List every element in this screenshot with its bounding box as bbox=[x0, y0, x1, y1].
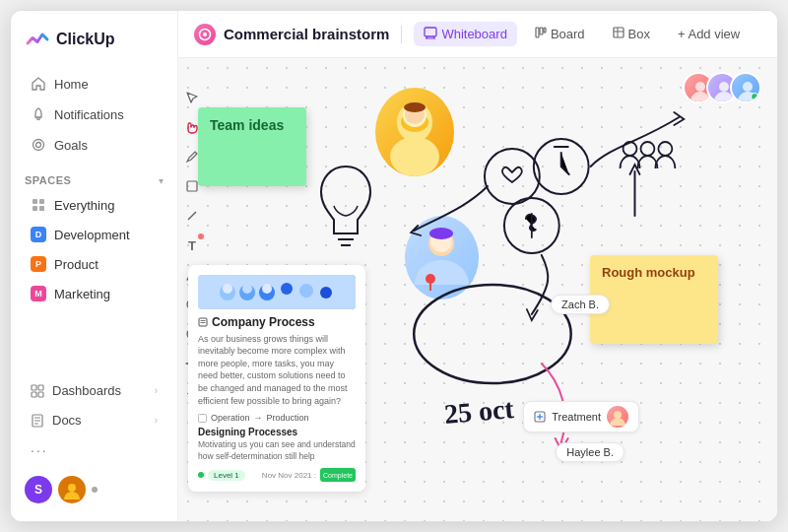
toolbar: Commercial brainstorm Whiteboard bbox=[178, 11, 777, 58]
name-tag-zach: Zach B. bbox=[551, 295, 610, 314]
sidebar-nav: Home Notifications Goals bbox=[11, 64, 177, 165]
sidebar-item-marketing[interactable]: M Marketing bbox=[17, 280, 171, 307]
add-view-label: + Add view bbox=[678, 27, 740, 41]
whiteboard-tab-icon bbox=[424, 26, 437, 42]
sidebar-bottom: Dashboards › Docs › ··· S bbox=[11, 367, 177, 521]
svg-point-0 bbox=[33, 140, 44, 151]
sidebar-more[interactable]: ··· bbox=[17, 435, 171, 465]
haylee-name: Haylee B. bbox=[566, 446, 614, 458]
svg-rect-2 bbox=[33, 199, 37, 204]
page-type-icon bbox=[194, 24, 216, 45]
label-badge-1: Level 1 bbox=[208, 470, 245, 481]
add-view-button[interactable]: + Add view bbox=[668, 23, 750, 45]
svg-point-59 bbox=[281, 283, 293, 295]
sticky-note-team-ideas[interactable]: Team ideas bbox=[198, 107, 306, 186]
tab-board[interactable]: Board bbox=[525, 23, 595, 45]
svg-rect-62 bbox=[199, 318, 207, 326]
board-tab-icon bbox=[535, 27, 547, 41]
sidebar-item-dashboards[interactable]: Dashboards › bbox=[17, 376, 171, 405]
svg-point-1 bbox=[36, 143, 41, 148]
doc-card-banner bbox=[198, 275, 356, 309]
user-status-dot bbox=[92, 487, 98, 493]
sidebar-item-goals[interactable]: Goals bbox=[17, 130, 171, 160]
svg-point-39 bbox=[390, 137, 439, 176]
svg-rect-24 bbox=[614, 28, 624, 37]
svg-point-48 bbox=[624, 142, 637, 156]
treatment-card[interactable]: Treatment bbox=[523, 401, 639, 432]
toolbar-divider bbox=[401, 26, 402, 43]
tab-whiteboard[interactable]: Whiteboard bbox=[414, 22, 516, 46]
main-content: Commercial brainstorm Whiteboard bbox=[178, 11, 777, 521]
person-photo-center bbox=[405, 216, 479, 299]
sticky-note-rough-mockup-text: Rough mockup bbox=[602, 265, 695, 280]
sidebar-item-product[interactable]: P Product bbox=[17, 250, 171, 278]
status-dot-green bbox=[198, 472, 204, 478]
whiteboard-canvas[interactable]: T bbox=[178, 58, 777, 521]
everything-label: Everything bbox=[54, 198, 114, 213]
user-photo bbox=[58, 476, 86, 503]
doc-card-section-body: Motivating us you can see and understand… bbox=[198, 439, 356, 463]
logo-text: ClickUp bbox=[56, 31, 115, 48]
svg-rect-7 bbox=[38, 385, 43, 390]
user-avatar[interactable]: S bbox=[25, 476, 52, 503]
svg-point-58 bbox=[262, 284, 272, 294]
sticky-note-team-ideas-text: Team ideas bbox=[210, 117, 284, 133]
treatment-avatar bbox=[607, 406, 628, 428]
collaborator-avatar-3 bbox=[730, 72, 761, 103]
sticky-note-rough-mockup[interactable]: Rough mockup bbox=[590, 255, 718, 344]
svg-rect-65 bbox=[199, 414, 207, 422]
board-tab-label: Board bbox=[551, 27, 585, 41]
doc-card-flow: Operation → Production bbox=[198, 413, 356, 423]
sidebar-item-notifications[interactable]: Notifications bbox=[17, 100, 171, 129]
svg-rect-6 bbox=[32, 385, 36, 390]
svg-rect-27 bbox=[187, 181, 197, 191]
notifications-label: Notifications bbox=[54, 107, 124, 122]
development-dot: D bbox=[31, 227, 46, 242]
svg-point-47 bbox=[504, 198, 559, 253]
svg-rect-3 bbox=[39, 199, 44, 204]
svg-point-56 bbox=[242, 284, 252, 294]
home-label: Home bbox=[54, 77, 89, 92]
svg-point-49 bbox=[640, 142, 654, 156]
doc-card-footer: Level 1 Nov Nov 2021 : Complete bbox=[198, 468, 356, 482]
svg-rect-5 bbox=[39, 206, 44, 211]
user-avatar-row: S bbox=[11, 466, 177, 513]
complete-badge: Complete bbox=[320, 468, 356, 482]
svg-rect-9 bbox=[38, 392, 43, 397]
sidebar-item-everything[interactable]: Everything bbox=[17, 191, 171, 219]
spaces-section-header: Spaces ▾ bbox=[11, 165, 177, 190]
person-photo-top bbox=[375, 88, 454, 176]
app-container: ClickUp Home Notifications bbox=[10, 10, 778, 522]
doc-card-title: Company Process bbox=[198, 315, 356, 329]
name-tag-haylee: Haylee B. bbox=[556, 442, 624, 462]
sidebar-item-development[interactable]: D Development bbox=[17, 221, 171, 248]
home-icon bbox=[31, 76, 46, 92]
text-tool[interactable]: T bbox=[182, 235, 202, 255]
dashboards-arrow: › bbox=[155, 385, 158, 396]
select-tool[interactable] bbox=[182, 88, 202, 107]
doc-card-date: Nov Nov 2021 : bbox=[262, 471, 316, 480]
doc-card-section: Designing Processes bbox=[198, 427, 356, 437]
svg-point-33 bbox=[695, 82, 705, 92]
toolbar-title-area: Commercial brainstorm Whiteboard bbox=[194, 22, 761, 46]
svg-rect-23 bbox=[544, 28, 546, 33]
zach-name: Zach B. bbox=[561, 299, 599, 310]
svg-point-14 bbox=[68, 484, 76, 492]
sidebar-item-home[interactable]: Home bbox=[17, 69, 171, 99]
spaces-chevron[interactable]: ▾ bbox=[159, 175, 164, 186]
svg-rect-22 bbox=[540, 28, 543, 34]
development-label: Development bbox=[54, 228, 130, 242]
svg-point-41 bbox=[404, 102, 426, 112]
doc-card[interactable]: Company Process As our business grows th… bbox=[188, 265, 365, 492]
box-tab-label: Box bbox=[628, 27, 650, 41]
goals-icon bbox=[31, 137, 46, 153]
date-text: 25 oct bbox=[443, 393, 515, 431]
clickup-logo-icon bbox=[25, 27, 50, 52]
line-tool[interactable] bbox=[182, 206, 202, 226]
sidebar-item-docs[interactable]: Docs › bbox=[17, 406, 171, 434]
svg-point-44 bbox=[429, 228, 453, 239]
online-indicator bbox=[751, 93, 758, 100]
dashboards-label: Dashboards bbox=[52, 383, 121, 398]
collaborator-avatars bbox=[683, 72, 761, 103]
tab-box[interactable]: Box bbox=[603, 23, 660, 45]
